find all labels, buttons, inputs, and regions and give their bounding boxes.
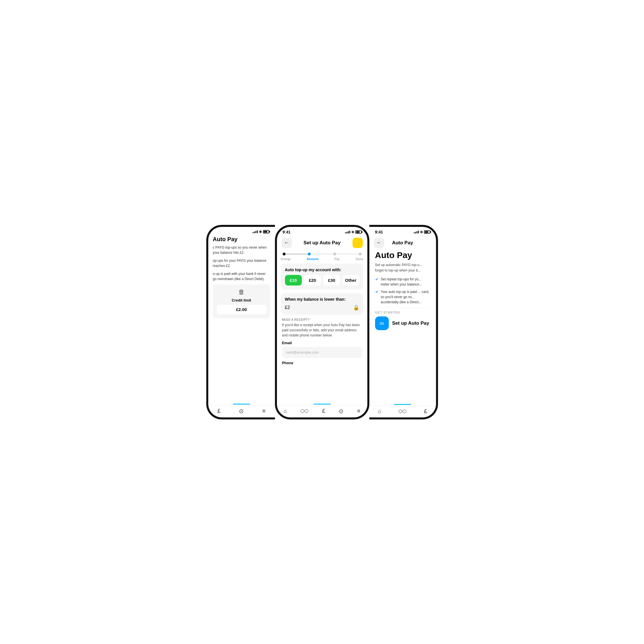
battery-icon-center [355,230,362,234]
credit-value: £2.00 [217,305,266,314]
back-button-center[interactable]: ← [282,238,292,248]
nav-home-right[interactable]: ⌂ [378,408,381,415]
scene: ⊛ Auto Pay c PAYG top-ups so you never w… [171,171,474,474]
status-bar-center: 9:41 ⊜ [277,227,367,235]
receipt-desc: If you'd like a receipt when your Auto P… [282,322,362,338]
lock-icon: 🔒 [353,304,359,311]
step-label-energy: Energy [281,257,291,261]
delete-icon: 🗑 [238,288,245,296]
step-dot-2 [333,253,336,255]
step-dot-0 [283,253,286,255]
amount-card-title: Auto top-up my account with: [285,267,359,272]
phone-left: ⊛ Auto Pay c PAYG top-ups so you never w… [206,225,275,419]
pound-icon: £ [217,408,221,414]
check-text-0: Set repeat top-ups for yo... meter when … [381,277,430,287]
setup-btn-label: Set up Auto Pay [392,320,429,326]
nav-usage[interactable]: ⬡⬡ [300,408,308,414]
help-icon: ⊙ [239,408,244,415]
amount-btn-30[interactable]: £30 [323,275,340,286]
right-page-title: Auto Pay [375,250,430,260]
usage-icon-right: ⬡⬡ [399,409,407,414]
step-line-1 [311,254,333,254]
delete-area: 🗑 Credit limit £2.00 [213,284,270,318]
check-item-1: ✓ Your auto top-up is paid ... card, so … [375,289,430,305]
wifi-icon-left: ⊛ [259,230,262,234]
receipt-section: NEED A RECEIPT? If you'd like a receipt … [281,318,363,365]
battery-icon-right [424,230,430,234]
wifi-icon-center: ⊜ [351,230,354,234]
amount-btn-10[interactable]: £10 [285,275,302,286]
balance-card-title: When my balance is lower than: [285,297,359,302]
usage-icon-center: ⬡⬡ [300,408,308,414]
nav-item-payment[interactable]: £ [217,408,221,414]
setup-auto-pay-button[interactable]: ∞ Set up Auto Pay [375,316,430,330]
bottom-nav-left: £ ⊙ ≡ [208,405,275,416]
email-input[interactable]: sam@example.com [282,347,362,358]
center-title: Set up Auto Pay [304,240,341,246]
step-line-0 [286,254,308,254]
help-icon-center: ⊙ [339,408,344,415]
amount-btn-other[interactable]: Other [342,275,359,286]
nav-home[interactable]: ⌂ [284,408,287,414]
status-bar-right: 9:41 ⊜ [369,227,436,235]
home-icon-right: ⌂ [378,408,381,415]
phone-center: 9:41 ⊜ ← Set up Auto Pay ⚡ [275,225,369,419]
left-title: Auto Pay [213,236,270,243]
receipt-label: NEED A RECEIPT? [282,318,362,321]
amount-options: £10 £20 £30 Other [285,275,359,286]
step-label-pay: Pay [334,257,340,261]
amount-btn-20[interactable]: £20 [304,275,321,286]
phone-label: Phone [282,361,362,365]
credit-label: Credit limit [232,298,251,302]
pound-icon-right: £ [424,408,427,415]
wifi-icon-right: ⊜ [420,230,423,234]
nav-item-menu[interactable]: ≡ [262,408,266,414]
battery-icon-left [263,230,269,233]
menu-icon-center: ≡ [357,408,360,414]
bottom-nav-center: ⌂ ⬡⬡ £ ⊙ ≡ [277,405,367,416]
checkmark-0: ✓ [375,277,379,282]
left-nav-indicator [233,404,250,405]
center-body: Auto top-up my account with: £10 £20 £30… [277,263,367,404]
right-content: Auto Pay Set up automatic PAYG top-u...f… [369,250,436,404]
left-desc1: c PAYG top-ups so you never when your ba… [213,245,270,255]
center-nav-indicator [314,404,331,405]
nav-item-help[interactable]: ⊙ [239,408,244,415]
amount-card: Auto top-up my account with: £10 £20 £30… [281,263,363,290]
balance-row: £2 🔒 [285,304,359,311]
menu-icon: ≡ [262,408,266,414]
center-header: ← Set up Auto Pay ⚡ [277,235,367,250]
checkmark-1: ✓ [375,290,379,294]
step-dot-1 [308,253,311,255]
nav-usage-right[interactable]: ⬡⬡ [399,409,407,414]
home-icon-center: ⌂ [284,408,287,414]
right-desc: Set up automatic PAYG top-u...forget to … [375,262,430,273]
pound-icon-center: £ [322,408,325,414]
step-label-amount: Amount [307,257,319,261]
infinity-icon: ∞ [375,316,389,330]
step-labels: Energy Amount Pay Done [277,257,367,263]
balance-trigger-value: £2 [285,305,290,310]
email-label: Email [282,341,362,345]
right-nav-indicator [394,404,411,405]
time-center: 9:41 [283,230,291,234]
step-label-done: Done [356,257,363,261]
nav-help-center[interactable]: ⊙ [339,408,344,415]
left-desc3: o-up is paid with your bank ll never go … [213,271,270,282]
phone-right: 9:41 ⊜ ← Auto Pay Auto P [369,225,438,419]
progress-steps [277,250,367,257]
step-line-2 [336,254,359,254]
step-dot-3 [359,253,362,255]
nav-payment-center[interactable]: £ [322,408,325,414]
bottom-nav-right: ⌂ ⬡⬡ £ [369,405,436,416]
left-desc2: op-ups for your PAYG your balance reache… [213,258,270,268]
lightning-button[interactable]: ⚡ [352,238,363,248]
back-button-right[interactable]: ← [374,238,384,248]
nav-payment-right[interactable]: £ [424,408,427,415]
get-started-label: GET STARTED [375,308,430,314]
status-bar-left: ⊛ [208,227,275,235]
right-header-title: Auto Pay [392,240,413,246]
nav-menu-center[interactable]: ≡ [357,408,360,414]
check-item-0: ✓ Set repeat top-ups for yo... meter whe… [375,277,430,287]
balance-card: When my balance is lower than: £2 🔒 [281,293,363,315]
